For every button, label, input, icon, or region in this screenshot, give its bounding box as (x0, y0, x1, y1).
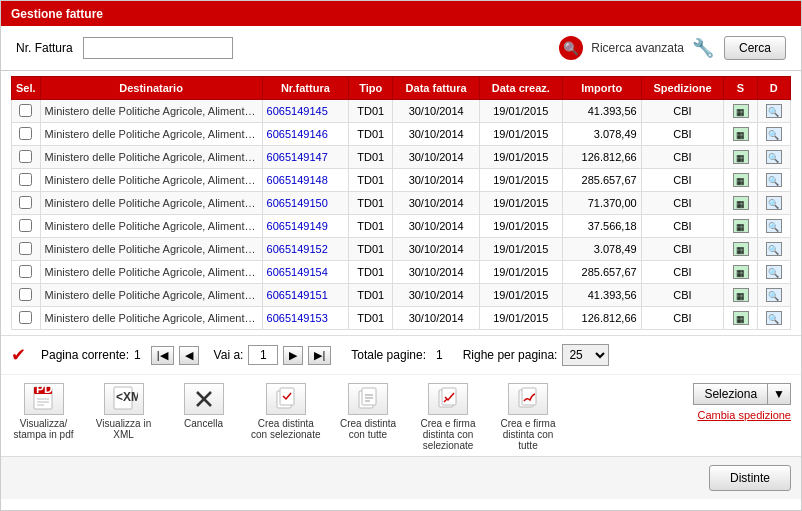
nr-fattura-input[interactable] (83, 37, 233, 59)
row-spedizione: CBI (641, 100, 724, 123)
row-actions-d: 🔍 (757, 146, 790, 169)
cancella-label: Cancella (184, 418, 223, 429)
xls-icon[interactable]: ▦ (733, 288, 749, 302)
row-checkbox[interactable] (19, 127, 32, 140)
row-nr[interactable]: 6065149150 (262, 192, 349, 215)
vai-a-label: Vai a: (214, 348, 244, 362)
detail-icon[interactable]: 🔍 (766, 242, 782, 256)
vai-a-input[interactable] (248, 345, 278, 365)
last-page-btn[interactable]: ▶| (308, 346, 331, 365)
action-cancella[interactable]: Cancella (171, 383, 236, 429)
table-row: Ministero delle Politiche Agricole, Alim… (12, 169, 791, 192)
svg-text:<XML>: <XML> (116, 390, 138, 404)
detail-icon[interactable]: 🔍 (766, 127, 782, 141)
action-crea-firma-sel[interactable]: Crea e firmadistinta conselezionate (416, 383, 481, 451)
row-tipo: TD01 (349, 261, 393, 284)
row-actions-s: ▦ (724, 307, 757, 330)
action-bar: PDF Visualizza/stampa in pdf <XML> Visua… (1, 374, 801, 456)
row-checkbox[interactable] (19, 104, 32, 117)
row-checkbox[interactable] (19, 288, 32, 301)
table-row: Ministero delle Politiche Agricole, Alim… (12, 123, 791, 146)
xls-icon[interactable]: ▦ (733, 150, 749, 164)
row-actions-s: ▦ (724, 100, 757, 123)
select-all-icon[interactable]: ✔ (11, 344, 26, 366)
detail-icon[interactable]: 🔍 (766, 219, 782, 233)
detail-icon[interactable]: 🔍 (766, 173, 782, 187)
header-nr-fattura: Nr.fattura (262, 77, 349, 100)
seleziona-dropdown[interactable]: ▼ (767, 383, 791, 405)
row-spedizione: CBI (641, 123, 724, 146)
xls-icon[interactable]: ▦ (733, 173, 749, 187)
row-tipo: TD01 (349, 169, 393, 192)
row-nr[interactable]: 6065149151 (262, 284, 349, 307)
row-nr[interactable]: 6065149147 (262, 146, 349, 169)
header-s: S (724, 77, 757, 100)
xls-icon[interactable]: ▦ (733, 196, 749, 210)
xls-icon[interactable]: ▦ (733, 265, 749, 279)
row-spedizione: CBI (641, 192, 724, 215)
row-checkbox[interactable] (19, 219, 32, 232)
detail-icon[interactable]: 🔍 (766, 104, 782, 118)
cambia-spedizione-link[interactable]: Cambia spedizione (697, 409, 791, 421)
action-crea-distinta-tutte[interactable]: Crea distintacon tutte (336, 383, 401, 440)
row-checkbox[interactable] (19, 242, 32, 255)
action-crea-firma-tutte[interactable]: Crea e firmadistinta contutte (496, 383, 561, 451)
first-page-btn[interactable]: |◀ (151, 346, 174, 365)
prev-page-btn[interactable]: ◀ (179, 346, 199, 365)
action-visualizza-xml[interactable]: <XML> Visualizza inXML (91, 383, 156, 440)
row-tipo: TD01 (349, 284, 393, 307)
row-actions-d: 🔍 (757, 307, 790, 330)
row-checkbox[interactable] (19, 265, 32, 278)
row-importo: 126.812,66 (562, 146, 641, 169)
row-data-fattura: 30/10/2014 (393, 123, 479, 146)
xls-icon[interactable]: ▦ (733, 219, 749, 233)
adv-search-link[interactable]: Ricerca avanzata (591, 41, 684, 55)
xls-icon[interactable]: ▦ (733, 104, 749, 118)
row-dest: Ministero delle Politiche Agricole, Alim… (40, 146, 262, 169)
action-visualizza-pdf[interactable]: PDF Visualizza/stampa in pdf (11, 383, 76, 440)
row-checkbox-cell (12, 100, 41, 123)
window-title: Gestione fatture (11, 7, 103, 21)
header-data-creaz: Data creaz. (479, 77, 562, 100)
xls-icon[interactable]: ▦ (733, 242, 749, 256)
row-dest: Ministero delle Politiche Agricole, Alim… (40, 169, 262, 192)
table-container: Sel. Destinatario Nr.fattura Tipo Data f… (1, 71, 801, 335)
row-nr[interactable]: 6065149149 (262, 215, 349, 238)
table-row: Ministero delle Politiche Agricole, Alim… (12, 238, 791, 261)
row-dest: Ministero delle Politiche Agricole, Alim… (40, 261, 262, 284)
action-crea-distinta-sel[interactable]: Crea distintacon selezionate (251, 383, 321, 440)
row-tipo: TD01 (349, 100, 393, 123)
row-nr[interactable]: 6065149153 (262, 307, 349, 330)
row-checkbox[interactable] (19, 196, 32, 209)
row-importo: 3.078,49 (562, 238, 641, 261)
detail-icon[interactable]: 🔍 (766, 150, 782, 164)
row-dest: Ministero delle Politiche Agricole, Alim… (40, 192, 262, 215)
row-nr[interactable]: 6065149148 (262, 169, 349, 192)
row-actions-s: ▦ (724, 169, 757, 192)
row-checkbox[interactable] (19, 150, 32, 163)
row-nr[interactable]: 6065149152 (262, 238, 349, 261)
row-spedizione: CBI (641, 238, 724, 261)
row-nr[interactable]: 6065149145 (262, 100, 349, 123)
crea-distinta-tutte-icon (348, 383, 388, 415)
crea-firma-sel-label: Crea e firmadistinta conselezionate (420, 418, 475, 451)
xls-icon[interactable]: ▦ (733, 127, 749, 141)
cerca-button[interactable]: Cerca (724, 36, 786, 60)
detail-icon[interactable]: 🔍 (766, 265, 782, 279)
detail-icon[interactable]: 🔍 (766, 311, 782, 325)
detail-icon[interactable]: 🔍 (766, 288, 782, 302)
xls-icon[interactable]: ▦ (733, 311, 749, 325)
row-importo: 285.657,67 (562, 261, 641, 284)
row-nr[interactable]: 6065149154 (262, 261, 349, 284)
search-icon[interactable]: 🔍 (559, 36, 583, 60)
row-checkbox[interactable] (19, 173, 32, 186)
tools-icon: 🔧 (692, 37, 714, 59)
seleziona-button[interactable]: Seleziona (693, 383, 767, 405)
svg-rect-11 (280, 388, 294, 405)
detail-icon[interactable]: 🔍 (766, 196, 782, 210)
distinte-button[interactable]: Distinte (709, 465, 791, 491)
next-page-btn[interactable]: ▶ (283, 346, 303, 365)
row-nr[interactable]: 6065149146 (262, 123, 349, 146)
righe-select[interactable]: 25 50 100 (562, 344, 609, 366)
row-checkbox[interactable] (19, 311, 32, 324)
